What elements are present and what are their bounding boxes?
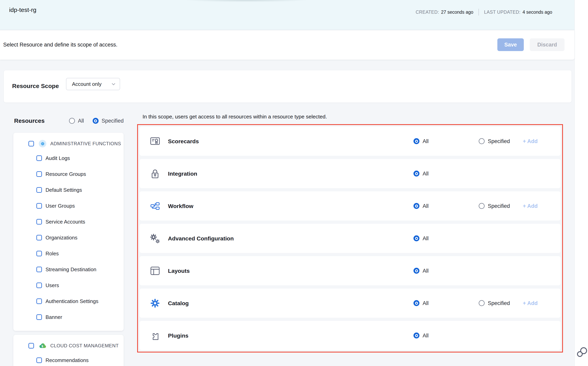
resource-list-item: Banner <box>13 309 124 325</box>
resources-all-option[interactable]: All <box>69 118 84 124</box>
item-checkbox[interactable] <box>36 314 42 320</box>
item-checkbox[interactable] <box>36 219 42 225</box>
resources-title: Resources <box>14 117 45 124</box>
resource-type-row: Scorecards All Specified + Add <box>139 127 561 156</box>
svg-text:$: $ <box>41 344 43 348</box>
item-checkbox[interactable] <box>36 155 42 161</box>
resource-type-row: Plugins All <box>139 321 561 350</box>
row-all-option[interactable]: All <box>413 203 429 209</box>
row-specified-label: Specified <box>488 300 510 306</box>
row-all-option[interactable]: All <box>413 268 429 274</box>
resource-list-item: Organizations <box>13 230 124 246</box>
row-specified-radio[interactable] <box>479 203 485 209</box>
row-label: Advanced Configuration <box>168 235 234 242</box>
row-add-button[interactable]: + Add <box>523 203 538 209</box>
row-all-option[interactable]: All <box>413 138 429 144</box>
updated-value: 4 seconds ago <box>522 9 552 15</box>
row-all-label: All <box>423 138 429 144</box>
item-label: Service Accounts <box>46 219 85 225</box>
resource-list-item: User Groups <box>13 198 124 214</box>
chat-bubbles-icon[interactable] <box>576 347 588 359</box>
row-all-option[interactable]: All <box>413 300 429 306</box>
row-add-button[interactable]: + Add <box>523 300 538 306</box>
row-all-radio[interactable] <box>413 203 419 209</box>
row-all-radio[interactable] <box>413 236 419 241</box>
item-label: Roles <box>46 251 59 257</box>
gear-badge-icon <box>39 140 46 147</box>
toolbar: Select Resource and define its scope of … <box>0 30 574 60</box>
item-label: Streaming Destination <box>46 267 96 273</box>
resource-type-row: Catalog All Specified + Add <box>139 289 561 318</box>
row-add-button[interactable]: + Add <box>523 138 538 144</box>
resource-list-item: Authentication Settings <box>13 293 124 309</box>
chevron-down-icon <box>112 83 115 85</box>
item-checkbox[interactable] <box>36 187 42 193</box>
row-all-radio[interactable] <box>413 171 419 177</box>
row-all-label: All <box>423 300 429 306</box>
row-specified-option[interactable]: Specified <box>479 138 510 144</box>
group-checkbox[interactable] <box>28 141 34 146</box>
resource-type-row: Workflow All Specified + Add <box>139 191 561 221</box>
item-label: Banner <box>46 314 62 320</box>
row-specified-option[interactable]: Specified <box>479 300 510 306</box>
item-checkbox[interactable] <box>36 203 42 209</box>
app-header: idp-test-rg CREATED: 27 seconds ago LAST… <box>0 0 574 30</box>
all-radio[interactable] <box>69 118 75 124</box>
lock-icon <box>150 169 160 178</box>
resource-scope-select[interactable]: Account only <box>66 78 120 90</box>
item-label: Recommendations <box>46 357 89 363</box>
row-all-radio[interactable] <box>413 268 419 274</box>
resource-scope-selected-value: Account only <box>72 81 112 87</box>
item-checkbox[interactable] <box>36 251 42 256</box>
catalog-gear-icon <box>150 299 160 308</box>
group-header-row: $ CLOUD COST MANAGEMENT <box>13 340 124 351</box>
resource-type-row: Advanced Configuration All <box>139 224 561 253</box>
item-checkbox[interactable] <box>36 282 42 288</box>
row-all-option[interactable]: All <box>413 170 429 177</box>
group-checkbox[interactable] <box>28 343 34 349</box>
toolbar-description: Select Resource and define its scope of … <box>3 42 117 48</box>
row-label: Workflow <box>168 203 193 209</box>
row-all-radio[interactable] <box>413 138 419 144</box>
row-all-radio[interactable] <box>413 333 419 339</box>
item-label: Resource Groups <box>46 171 86 177</box>
row-all-option[interactable]: All <box>413 235 429 241</box>
row-specified-label: Specified <box>488 203 510 209</box>
item-label: Authentication Settings <box>46 298 98 305</box>
row-all-option[interactable]: All <box>413 332 429 339</box>
item-label: Users <box>46 282 59 289</box>
discard-button[interactable]: Discard <box>530 38 565 51</box>
row-all-label: All <box>423 203 429 209</box>
row-all-label: All <box>423 268 429 274</box>
row-specified-option[interactable]: Specified <box>479 203 510 209</box>
row-specified-radio[interactable] <box>479 300 485 306</box>
row-specified-radio[interactable] <box>479 138 485 144</box>
row-all-label: All <box>423 170 429 177</box>
item-label: Default Settings <box>46 187 82 193</box>
item-checkbox[interactable] <box>36 358 42 363</box>
row-all-label: All <box>423 235 429 241</box>
group-label: ADMINISTRATIVE FUNCTIONS <box>50 141 121 146</box>
item-label: User Groups <box>46 203 75 209</box>
scorecard-icon <box>150 137 160 146</box>
workflow-icon <box>150 202 160 210</box>
row-label: Layouts <box>168 267 190 274</box>
resource-type-rows-container: Scorecards All Specified + Add Integrati… <box>137 124 563 352</box>
resource-list-item: Roles <box>13 246 124 261</box>
row-all-radio[interactable] <box>413 300 419 306</box>
resource-type-row: Layouts All <box>139 256 561 285</box>
item-checkbox[interactable] <box>36 235 42 240</box>
save-button[interactable]: Save <box>497 38 524 51</box>
row-all-label: All <box>423 332 429 339</box>
group-items: Recommendations <box>13 352 124 366</box>
resources-specified-option[interactable]: Specified <box>93 118 124 124</box>
item-checkbox[interactable] <box>36 267 42 272</box>
layout-icon <box>150 267 160 275</box>
item-checkbox[interactable] <box>36 298 42 304</box>
specified-radio[interactable] <box>93 118 99 124</box>
resource-list-item: Default Settings <box>13 182 124 198</box>
resource-list-item: Users <box>13 277 124 293</box>
resource-group-card: ADMINISTRATIVE FUNCTIONS Audit Logs Reso… <box>13 133 124 331</box>
item-checkbox[interactable] <box>36 171 42 177</box>
specified-radio-label: Specified <box>101 118 124 124</box>
